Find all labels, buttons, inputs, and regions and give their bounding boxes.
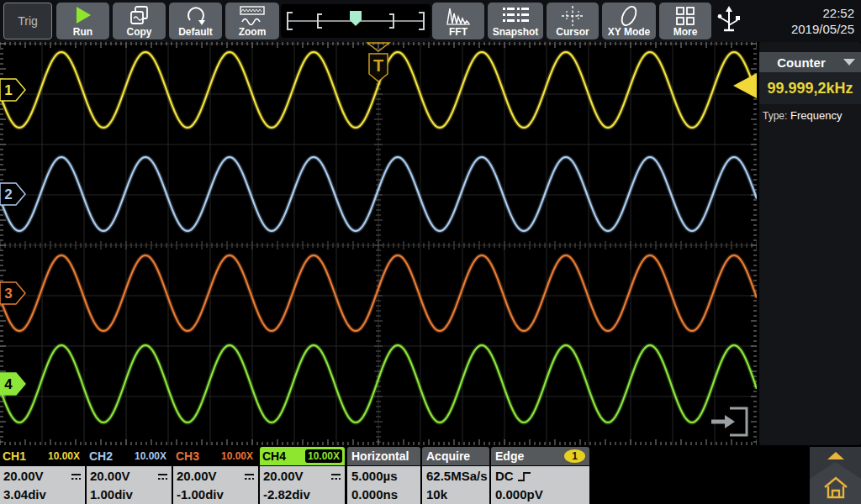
fft-icon: [446, 5, 471, 27]
dc-coupling-icon: [330, 472, 341, 480]
counter-panel: Counter 99.999,2kHz Type: Frequency: [759, 42, 861, 445]
trigger-coupling-value: DC: [495, 467, 514, 486]
play-icon: [74, 5, 92, 25]
sample-rate-value: 62.5MSa/s: [426, 467, 485, 486]
xy-mode-label: XY Mode: [608, 26, 650, 38]
copy-button[interactable]: Copy: [113, 3, 166, 39]
trig-label: Trig: [18, 14, 38, 28]
h-offset-value: 0.000ns: [351, 486, 416, 504]
counter-type-value: Frequency: [790, 109, 842, 122]
more-button[interactable]: More: [659, 3, 711, 39]
ch1-scale: 20.00V: [3, 467, 44, 486]
chevron-down-icon: [843, 59, 855, 66]
horizontal-position-slider[interactable]: [281, 4, 430, 38]
ch1-values: 20.00V 3.04div: [0, 466, 85, 504]
ch1-status-block[interactable]: CH1 10.00X 20.00V 3.04div: [0, 447, 85, 504]
top-toolbar: Trig Run Copy Default: [0, 0, 861, 42]
trigger-values: DC 0.000pV: [491, 466, 589, 504]
dc-coupling-icon: [244, 472, 255, 480]
ch4-offset: -2.82div: [263, 486, 341, 504]
ch4-scale: 20.00V: [263, 467, 304, 486]
xy-ellipse-icon: [617, 5, 641, 27]
horizontal-values: 5.000µs 0.000ns: [347, 466, 420, 504]
slider-graphic: [281, 4, 430, 38]
trig-button[interactable]: Trig: [3, 3, 52, 39]
fft-label: FFT: [449, 26, 467, 38]
zoom-label: Zoom: [239, 26, 267, 38]
ch3-probe-badge: 10.00X: [219, 449, 256, 463]
timebase-value: 5.000µs: [351, 467, 416, 486]
waveform-canvas: 1234 T: [0, 42, 757, 445]
home-button[interactable]: [822, 475, 849, 504]
ch2-probe-badge: 10.00X: [132, 449, 169, 463]
more-grid-icon: [674, 5, 696, 27]
usb-icon: [715, 4, 743, 36]
cursor-button[interactable]: Cursor: [547, 3, 599, 39]
copy-label: Copy: [127, 26, 152, 38]
trigger-status-block[interactable]: Edge 1 DC 0.000pV: [491, 447, 589, 504]
svg-text:1: 1: [4, 82, 12, 98]
acquire-title: Acquire: [426, 449, 470, 463]
svg-text:2: 2: [4, 186, 12, 202]
ch4-values: 20.00V -2.82div: [260, 466, 345, 504]
acquire-status-block[interactable]: Acquire 62.5MSa/s 10k: [422, 447, 489, 504]
fft-button[interactable]: FFT: [432, 3, 484, 39]
ch1-probe-badge: 10.00X: [45, 449, 82, 463]
ch3-values: 20.00V -1.00div: [173, 466, 258, 504]
snapshot-icon: [501, 5, 530, 25]
datetime-display: 22:52 2019/05/25: [791, 5, 854, 37]
pan-exit-icon: [711, 408, 747, 435]
reset-icon: [185, 5, 207, 27]
counter-value: 99.999,2kHz: [759, 72, 861, 104]
ch4-header: CH4 10.00X: [260, 447, 345, 465]
counter-dropdown[interactable]: Counter: [759, 52, 861, 72]
counter-type-label: Type:: [763, 110, 787, 122]
ch3-offset: -1.00div: [177, 486, 255, 504]
ch2-status-block[interactable]: CH2 10.00X 20.00V 1.00div: [87, 447, 172, 504]
snapshot-button[interactable]: Snapshot: [488, 3, 543, 39]
ch3-scale: 20.00V: [177, 467, 217, 486]
oscilloscope-screen: Trig Run Copy Default: [0, 0, 861, 504]
corner-nav-panel: [810, 447, 861, 504]
ch2-values: 20.00V 1.00div: [87, 466, 172, 504]
trigger-level-value: 0.000pV: [495, 486, 585, 504]
horizontal-status-block[interactable]: Horizontal 5.000µs 0.000ns: [347, 447, 420, 504]
ch2-scale: 20.00V: [90, 467, 130, 486]
ch2-offset: 1.00div: [90, 486, 168, 504]
counter-title: Counter: [759, 55, 843, 70]
xy-mode-button[interactable]: XY Mode: [602, 3, 656, 39]
zoom-button[interactable]: Zoom: [225, 3, 279, 39]
default-button[interactable]: Default: [169, 3, 222, 39]
ch3-label: CH3: [176, 449, 199, 463]
trigger-title: Edge: [495, 449, 524, 463]
collapse-up-icon[interactable]: [827, 452, 844, 459]
dc-coupling-icon: [157, 472, 168, 480]
home-icon: [822, 475, 849, 501]
date-text: 2019/05/25: [791, 21, 854, 37]
run-button[interactable]: Run: [56, 3, 109, 39]
ch4-status-block[interactable]: CH4 10.00X 20.00V -2.82div: [260, 447, 345, 504]
ch3-status-block[interactable]: CH3 10.00X 20.00V -1.00div: [173, 447, 258, 504]
slider-thumb: [350, 11, 362, 26]
trigger-source-badge: 1: [564, 449, 585, 463]
ch1-offset: 3.04div: [3, 486, 82, 504]
memory-depth-value: 10k: [426, 486, 485, 504]
svg-text:3: 3: [4, 286, 12, 302]
time-text: 22:52: [791, 5, 854, 21]
wave-zoom-icon: [239, 5, 266, 27]
more-label: More: [673, 26, 698, 38]
counter-type: Type: Frequency: [763, 109, 842, 122]
waveform-display[interactable]: 1234 T: [0, 42, 757, 445]
run-label: Run: [73, 26, 92, 38]
snapshot-label: Snapshot: [493, 26, 539, 38]
ch1-header: CH1 10.00X: [0, 447, 85, 465]
ch4-probe-badge: 10.00X: [305, 449, 342, 463]
ch3-header: CH3 10.00X: [173, 447, 258, 465]
ch1-label: CH1: [3, 449, 26, 463]
ch4-label: CH4: [262, 449, 286, 463]
cursor-icon: [560, 5, 585, 27]
svg-text:4: 4: [4, 376, 13, 392]
dc-coupling-icon: [71, 472, 82, 480]
horizontal-title: Horizontal: [351, 449, 409, 463]
cursor-label: Cursor: [556, 26, 589, 38]
